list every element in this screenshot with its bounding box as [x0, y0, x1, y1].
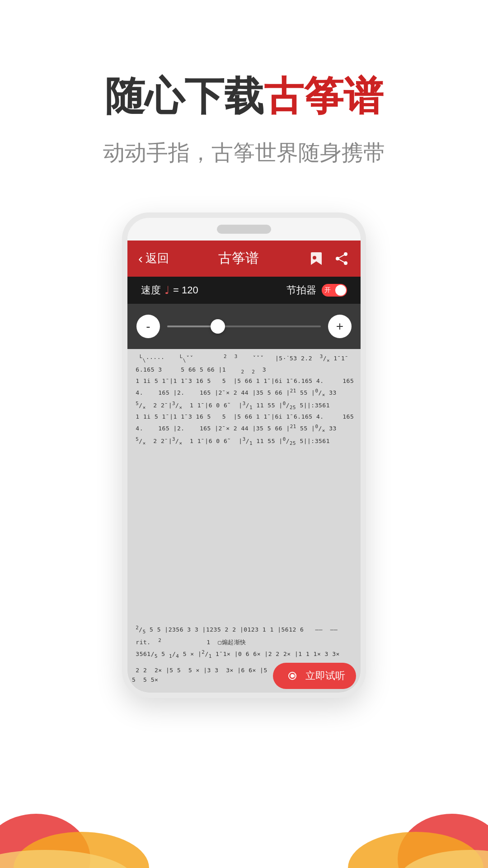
- sheet-line-7: 5/× 2 2̄ |3/× 1 1̄ |6 0 6̃ |3/1 11 55 |0…: [132, 435, 356, 447]
- hero-title-accent: 古筝谱: [264, 74, 383, 118]
- slider-minus-button[interactable]: -: [136, 315, 160, 338]
- app-header: ‹ 返回 古筝谱: [127, 241, 361, 277]
- slider-track[interactable]: [167, 326, 321, 327]
- sheet-line-5: 1 1i 5 1̄ |1 1̄ 3 16 5 5 |5 66 1 1̄ |6i …: [132, 412, 356, 422]
- toggle-knob: [335, 285, 346, 296]
- svg-point-0: [313, 256, 316, 259]
- speed-value: = 120: [173, 284, 198, 296]
- plus-icon: +: [336, 319, 343, 334]
- bookmark-icon[interactable]: [308, 250, 324, 267]
- hero-section: 随心下载古筝谱 动动手指，古筝世界随身携带: [0, 0, 488, 194]
- playback-line-3: 3561/5 5 1/4 5 × |2/1 1̄ 1× |0 6 6× |2 2…: [132, 648, 356, 660]
- svg-point-11: [398, 814, 488, 868]
- hero-title: 随心下载古筝谱: [0, 72, 488, 120]
- share-icon[interactable]: [333, 250, 350, 267]
- back-button[interactable]: ‹ 返回: [138, 250, 169, 266]
- sheet-line-4: 5/× 2 2̄ |3/× 1 1̄ |6 0 6̃ |3/1 11 55 |0…: [132, 400, 356, 411]
- decorative-blobs: [0, 741, 488, 868]
- svg-point-13: [398, 850, 488, 868]
- music-note-icon: ♩: [164, 284, 169, 297]
- toggle-on-label: 开: [324, 286, 331, 294]
- playback-line-1: 2/5 5 5 |2356 3 3 |1235 2 2 |0123 1 1 |5…: [132, 624, 356, 636]
- try-listen-button[interactable]: 立即试听: [273, 663, 356, 689]
- phone-mockup: ‹ 返回 古筝谱: [122, 212, 366, 698]
- speed-label: 速度: [141, 283, 161, 297]
- app-title: 古筝谱: [218, 249, 259, 268]
- app-content: ‹ 返回 古筝谱: [127, 241, 361, 693]
- phone-speaker: [217, 225, 271, 234]
- header-icons: [308, 250, 350, 267]
- sheet-line-6: 4. 165 |2. 165 |2̄ × 2 44 |35 5 66 |2̄1 …: [132, 423, 356, 434]
- svg-point-9: [14, 832, 149, 868]
- bottom-sheet-area: 2/5 5 5 |2356 3 3 |1235 2 2 |0123 1 1 |5…: [127, 620, 361, 693]
- phone-wrapper: ‹ 返回 古筝谱: [0, 212, 488, 698]
- speed-left: 速度 ♩ = 120: [141, 283, 198, 297]
- svg-point-12: [348, 832, 483, 868]
- slider-thumb[interactable]: [211, 319, 225, 334]
- back-label: 返回: [145, 250, 169, 266]
- playback-line-4: 2 2 2× |5 5 5 × |3 3 3× |6 6× |5 5 5 5×: [132, 666, 268, 685]
- speed-bar: 速度 ♩ = 120 节拍器 开: [127, 277, 361, 304]
- sheet-line-1: L\····· L\ˇˇ 2 3 ˇˇˇ |5··53 2.2 3/× 1̄ 1…: [132, 353, 356, 364]
- hero-title-prefix: 随心下载: [105, 74, 264, 118]
- slider-area: - +: [127, 304, 361, 349]
- speed-right: 节拍器 开: [286, 283, 347, 297]
- playback-line-2: rit. 2 1 ▢煽起渐快: [132, 637, 356, 647]
- speaker-icon: [284, 667, 301, 684]
- phone-notch-bar: [127, 218, 361, 241]
- chevron-left-icon: ‹: [138, 251, 143, 266]
- svg-point-10: [0, 850, 136, 868]
- metronome-toggle[interactable]: 开: [322, 284, 347, 297]
- svg-point-8: [0, 814, 90, 868]
- playback-bottom-row: 2 2 2× |5 5 5 × |3 3 3× |6 6× |5 5 5 5× …: [132, 663, 356, 689]
- sheet-line-3: 4. 165 |2. 165 |2̄ × 2 44 |35 5 66 |2̄1 …: [132, 387, 356, 399]
- sheet-line-2: 1 1i 5 1̄ |1 1̄ 3 16 5 5 |5 66 1 1̄ |6i …: [132, 377, 356, 386]
- slider-plus-button[interactable]: +: [328, 315, 352, 338]
- hero-subtitle: 动动手指，古筝世界随身携带: [0, 138, 488, 167]
- svg-line-4: [338, 254, 346, 259]
- metronome-label: 节拍器: [286, 283, 316, 297]
- try-listen-label: 立即试听: [305, 669, 345, 683]
- sheet-music: L\····· L\ˇˇ 2 3 ˇˇˇ |5··53 2.2 3/× 1̄ 1…: [127, 349, 361, 620]
- minus-icon: -: [146, 319, 150, 334]
- svg-line-5: [338, 259, 346, 263]
- sheet-line-1b: 6.165 3 5 66 5 66 |1 2 2 3: [132, 365, 356, 376]
